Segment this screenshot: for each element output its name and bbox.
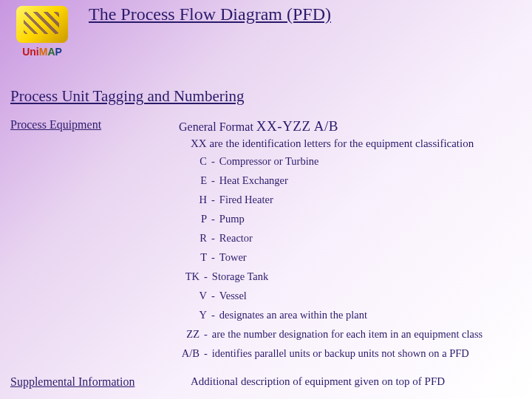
item-code: TK <box>179 270 200 283</box>
item-desc: identifies parallel units or backup unit… <box>212 347 469 360</box>
xx-description: XX are the identification letters for th… <box>191 137 474 150</box>
item-dash: - <box>204 270 208 283</box>
item-dash: - <box>211 309 215 321</box>
list-item: T - Tower <box>186 251 482 264</box>
item-desc: Heat Exchanger <box>219 174 288 187</box>
logo-text-uni: Uni <box>22 46 39 58</box>
page-title: The Process Flow Diagram (PFD) <box>89 4 331 24</box>
item-dash: - <box>211 194 215 206</box>
item-dash: - <box>211 290 215 302</box>
item-code: Y <box>186 309 207 321</box>
item-dash: - <box>211 213 215 225</box>
list-item: C - Compressor or Turbine <box>186 155 482 168</box>
item-desc: Pump <box>219 213 245 225</box>
equipment-code-list: C - Compressor or Turbine E - Heat Excha… <box>186 155 482 366</box>
list-item: A/B - identifies parallel units or backu… <box>173 347 482 360</box>
list-item: P - Pump <box>186 213 482 225</box>
list-item: R - Reactor <box>186 232 482 245</box>
logo-text-a: A <box>47 46 55 58</box>
item-code: ZZ <box>179 328 200 341</box>
item-desc: Compressor or Turbine <box>219 155 319 168</box>
list-item: ZZ - are the number designation for each… <box>179 328 482 341</box>
xx-text: are the identification letters for the e… <box>207 137 474 149</box>
item-desc: Storage Tank <box>212 270 268 283</box>
item-dash: - <box>211 251 215 264</box>
logo-text-m: M <box>39 46 48 58</box>
item-desc: are the number designation for each item… <box>212 328 482 341</box>
item-dash: - <box>204 347 208 360</box>
process-equipment-label: Process Equipment <box>10 118 101 132</box>
item-dash: - <box>204 328 208 341</box>
list-item: TK - Storage Tank <box>179 270 482 283</box>
general-format: General Format XX-YZZ A/B <box>179 118 338 134</box>
item-desc: Fired Heater <box>219 194 273 206</box>
item-code: E <box>186 174 207 187</box>
general-format-prefix: General Format <box>179 120 256 133</box>
list-item: E - Heat Exchanger <box>186 174 482 187</box>
item-code: P <box>186 213 207 225</box>
item-code: H <box>186 194 207 206</box>
item-code: C <box>186 155 207 168</box>
section-subtitle: Process Unit Tagging and Numbering <box>10 87 245 106</box>
list-item: V - Vessel <box>186 290 482 302</box>
supplemental-label: Supplemental Information <box>10 375 134 389</box>
item-code: R <box>186 232 207 245</box>
list-item: H - Fired Heater <box>186 194 482 206</box>
item-code: V <box>186 290 207 302</box>
supplemental-desc: Additional description of equipment give… <box>191 375 445 388</box>
item-dash: - <box>211 232 215 245</box>
item-code: T <box>186 251 207 264</box>
item-code: A/B <box>173 347 200 360</box>
xx-code: XX <box>191 137 207 149</box>
item-desc: designates an area within the plant <box>219 309 367 321</box>
logo: UniMAP <box>9 6 75 65</box>
logo-text: UniMAP <box>9 46 75 58</box>
item-desc: Vessel <box>219 290 247 302</box>
item-dash: - <box>211 174 215 187</box>
logo-graphic <box>16 6 68 43</box>
item-desc: Tower <box>219 251 247 264</box>
logo-text-p: P <box>55 46 62 58</box>
general-format-pattern: XX-YZZ A/B <box>256 118 338 134</box>
list-item: Y - designates an area within the plant <box>186 309 482 321</box>
item-desc: Reactor <box>219 232 253 245</box>
item-dash: - <box>211 155 215 168</box>
